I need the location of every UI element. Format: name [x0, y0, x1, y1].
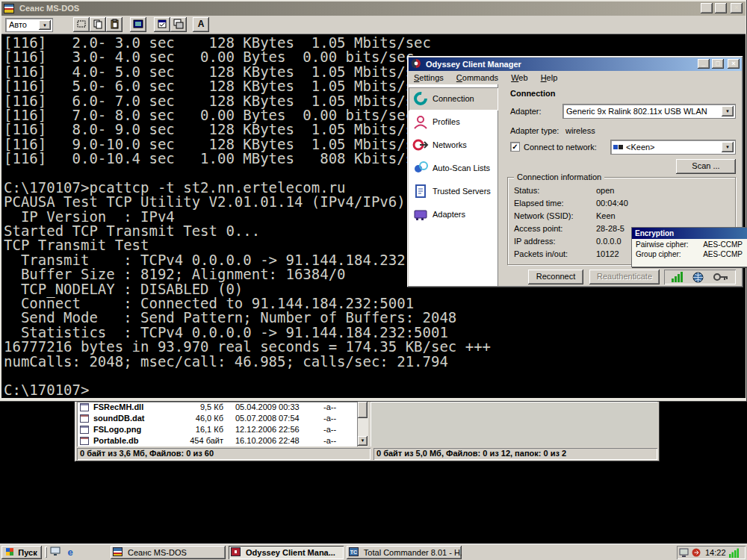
- info-row: Status: open: [508, 184, 735, 197]
- status-bar-right: 0 байт из 5,0 Мб, Файлов: 0 из 12, папок…: [374, 448, 657, 460]
- taskbar-clock[interactable]: 14:22: [705, 548, 726, 557]
- properties-button[interactable]: [154, 17, 170, 32]
- background-button[interactable]: [170, 17, 187, 32]
- menu-help[interactable]: Help: [536, 71, 563, 84]
- wifi-signal-tray-icon[interactable]: [729, 548, 739, 558]
- info-value: 0.0.0.0: [596, 235, 622, 248]
- cipher-value: AES-CCMP: [703, 250, 743, 258]
- font-size-select[interactable]: Авто ▼: [5, 18, 53, 32]
- info-value: Keen: [596, 210, 616, 223]
- font-button[interactable]: A: [193, 17, 209, 32]
- odyssey-titlebar[interactable]: Odyssey Client Manager _ □ ×: [409, 57, 742, 71]
- info-value: 10122: [596, 248, 619, 261]
- encryption-popup-title: Encryption: [632, 228, 747, 239]
- maximize-button[interactable]: □: [712, 59, 724, 69]
- desktop-icon: [50, 547, 61, 556]
- fullscreen-icon: [133, 19, 143, 29]
- terminal-line: Send Mode : Send Pattern; Number of Buff…: [4, 311, 746, 325]
- chevron-down-icon[interactable]: ▼: [722, 142, 734, 152]
- auto-scan-icon: [412, 160, 429, 176]
- tray-monitor-icon[interactable]: [679, 548, 689, 557]
- restore-button[interactable]: □: [715, 3, 727, 13]
- connection-status-tray: [664, 270, 736, 284]
- scrollbar[interactable]: ▼: [357, 402, 368, 447]
- adapter-select[interactable]: Generic 9x Ralink 802.11x USB WLAN ▼: [562, 104, 736, 119]
- copy-icon: [93, 19, 103, 29]
- sidebar-item-auto-scan-lists[interactable]: Auto-Scan Lists: [409, 157, 498, 180]
- info-value: 28-28-5: [596, 223, 624, 235]
- minimize-button[interactable]: _: [698, 59, 710, 69]
- sidebar-item-profiles[interactable]: Profiles: [409, 111, 498, 134]
- chevron-down-icon[interactable]: ▼: [722, 106, 734, 116]
- paste-button[interactable]: [106, 17, 123, 32]
- odyssey-app-icon: [411, 58, 421, 69]
- sidebar-item-adapters[interactable]: Adapters: [409, 203, 498, 226]
- file-attributes: -a--: [323, 413, 336, 424]
- adapter-type-label: Adapter type:: [510, 126, 559, 135]
- status-bar-left: 0 байт из 3,6 Мб, Файлов: 0 из 60: [77, 448, 371, 460]
- connect-to-network-label: Connect to network:: [524, 143, 597, 152]
- file-list-panel[interactable]: FSRecMH.dll 9,5 Кб 05.04.2009 00:33 -a--…: [77, 402, 357, 447]
- close-button[interactable]: ×: [728, 59, 740, 69]
- menu-commands[interactable]: Commands: [451, 71, 503, 84]
- show-desktop-icon[interactable]: [49, 547, 61, 558]
- reconnect-button[interactable]: Reconnect: [528, 270, 583, 284]
- network-select[interactable]: <Keen> ▼: [610, 140, 736, 155]
- taskbar-item-msdos[interactable]: Сеанс MS-DOS: [111, 546, 226, 559]
- sidebar-item-connection[interactable]: Connection: [409, 87, 498, 111]
- taskbar-item-total-commander[interactable]: TC Total Commander 8.01 - H...: [347, 546, 462, 559]
- key-icon: [713, 273, 728, 281]
- file-size: 16,1 Кб: [152, 424, 223, 435]
- menu-settings[interactable]: Settings: [409, 71, 449, 84]
- menu-web[interactable]: Web: [506, 71, 533, 84]
- terminal-line: [4, 369, 746, 383]
- file-row[interactable]: FSLogo.png 16,1 Кб 12.12.2006 22:56 -a--: [77, 424, 357, 435]
- odyssey-icon: [231, 547, 241, 556]
- close-button[interactable]: ×: [731, 3, 743, 13]
- odyssey-sidebar: Connection Profiles Networks Auto-Scan L…: [409, 84, 498, 286]
- copy-button[interactable]: [90, 17, 106, 32]
- info-label: Elapsed time:: [514, 197, 596, 210]
- scan-button[interactable]: Scan ...: [676, 159, 736, 174]
- taskbar: Пуск e Сеанс MS-DOS Odyssey Client Mana.…: [0, 544, 747, 560]
- scrollbar-thumb[interactable]: [358, 402, 368, 418]
- chevron-down-icon[interactable]: ▼: [39, 20, 51, 30]
- profiles-icon: [412, 113, 429, 130]
- connect-to-network-checkbox[interactable]: ✓: [510, 142, 520, 152]
- file-date: 16.10.2006 22:48: [235, 435, 300, 447]
- reauthenticate-button[interactable]: Reauthenticate: [589, 270, 660, 284]
- file-size: 46,0 Кб: [152, 413, 223, 424]
- taskbar-item-odyssey[interactable]: Odyssey Client Mana...: [229, 546, 344, 559]
- networks-icon: [412, 137, 429, 153]
- fullscreen-button[interactable]: [130, 17, 146, 32]
- encryption-popup: Encryption Pairwise cipher: AES-CCMP Gro…: [631, 227, 747, 267]
- adapters-icon: [412, 206, 429, 223]
- file-row[interactable]: soundDB.dat 46,0 Кб 05.07.2008 07:54 -a-…: [77, 413, 357, 424]
- tray-alert-icon[interactable]: [692, 548, 701, 557]
- file-attributes: -a--: [323, 424, 336, 435]
- info-label: Status:: [514, 184, 596, 197]
- msdos-titlebar[interactable]: Сеанс MS-DOS _ □ ×: [1, 1, 746, 16]
- system-tray: 14:22: [677, 546, 746, 559]
- file-icon: [80, 414, 89, 423]
- start-button[interactable]: Пуск: [1, 546, 42, 559]
- sidebar-item-trusted-servers[interactable]: Trusted Servers: [409, 180, 498, 203]
- file-icon: [80, 437, 89, 445]
- mark-button[interactable]: [73, 17, 90, 32]
- internet-explorer-icon[interactable]: e: [64, 547, 76, 558]
- scroll-down-button[interactable]: ▼: [358, 436, 368, 446]
- file-row[interactable]: Portable.db 454 байт 16.10.2006 22:48 -a…: [77, 435, 357, 447]
- globe-icon: [692, 272, 704, 283]
- file-name: FSLogo.png: [93, 424, 141, 435]
- file-panel-right[interactable]: [371, 402, 657, 447]
- panel-heading: Connection: [510, 89, 556, 98]
- info-value: 00:04:40: [596, 197, 628, 210]
- trusted-servers-icon: [412, 183, 429, 199]
- quick-launch-handle[interactable]: [45, 547, 47, 558]
- info-label: Network (SSID):: [514, 210, 596, 223]
- info-label: Packets in/out:: [514, 248, 596, 261]
- sidebar-item-networks[interactable]: Networks: [409, 134, 498, 157]
- info-label: Access point:: [514, 223, 596, 235]
- file-row[interactable]: FSRecMH.dll 9,5 Кб 05.04.2009 00:33 -a--: [77, 402, 357, 413]
- minimize-button[interactable]: _: [701, 3, 713, 13]
